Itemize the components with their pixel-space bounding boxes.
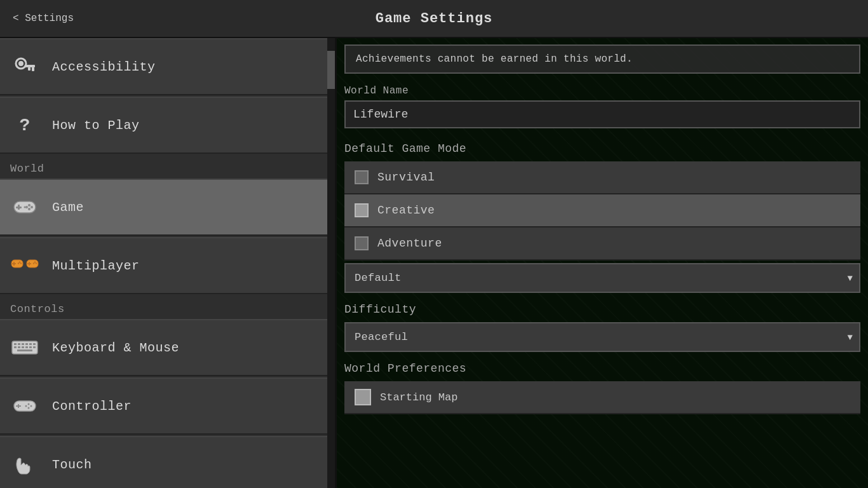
game-mode-section-title: Default Game Mode (344, 142, 860, 155)
svg-point-20 (18, 262, 19, 264)
keyboard-mouse-label: Keyboard & Mouse (52, 341, 179, 355)
achievement-banner: Achievements cannot be earned in this wo… (344, 44, 860, 74)
starting-map-checkbox[interactable] (355, 389, 371, 405)
svg-point-47 (28, 403, 30, 405)
scrollbar-thumb[interactable] (327, 51, 335, 89)
world-prefs-title: World Preferences (344, 362, 860, 375)
creative-checkbox[interactable] (355, 203, 369, 217)
sidebar-item-game[interactable]: Game (0, 179, 335, 236)
svg-point-9 (28, 204, 31, 207)
controls-section-label: Controls (0, 295, 335, 319)
svg-rect-40 (29, 346, 32, 348)
svg-rect-35 (33, 343, 36, 345)
svg-rect-38 (22, 346, 24, 348)
key-icon (10, 52, 39, 81)
svg-rect-34 (29, 343, 32, 345)
starting-map-label: Starting Map (380, 391, 458, 403)
svg-point-10 (31, 206, 33, 208)
survival-option[interactable]: Survival (344, 161, 860, 194)
svg-rect-32 (22, 343, 24, 345)
question-icon: ? (10, 111, 39, 140)
sidebar-item-keyboard-mouse[interactable]: Keyboard & Mouse (0, 319, 335, 376)
svg-point-48 (31, 405, 32, 407)
survival-label: Survival (377, 171, 435, 184)
controller-label: Controller (52, 399, 132, 414)
default-dropdown[interactable]: Default (344, 263, 860, 293)
sidebar-item-accessibility[interactable]: Accessibility (0, 38, 335, 95)
svg-rect-41 (33, 346, 36, 348)
svg-point-13 (24, 207, 26, 208)
world-name-input[interactable] (344, 100, 860, 128)
svg-rect-8 (16, 207, 22, 208)
svg-rect-30 (14, 343, 17, 345)
svg-rect-4 (28, 67, 31, 71)
multiplayer-label: Multiplayer (52, 259, 140, 273)
svg-point-49 (25, 405, 27, 407)
svg-point-1 (18, 61, 24, 66)
touch-label: Touch (52, 458, 92, 472)
page-title: Game Settings (376, 11, 493, 27)
header: < Settings Game Settings (0, 0, 868, 38)
default-dropdown-container: Default ▼ (344, 263, 860, 293)
scrollbar-track[interactable] (327, 38, 335, 488)
difficulty-dropdown-container: Peaceful Easy Normal Hard ▼ (344, 322, 860, 352)
svg-rect-37 (18, 346, 20, 348)
svg-rect-2 (25, 65, 35, 67)
difficulty-section: Difficulty Peaceful Easy Normal Hard ▼ (344, 303, 860, 352)
game-label: Game (52, 200, 84, 215)
svg-point-19 (20, 262, 22, 264)
accessibility-label: Accessibility (52, 60, 156, 74)
creative-label: Creative (377, 204, 435, 217)
gamepad-icon (10, 193, 39, 222)
sidebar-item-multiplayer[interactable]: Multiplayer (0, 237, 335, 294)
adventure-checkbox[interactable] (355, 236, 369, 250)
adventure-label: Adventure (377, 237, 442, 250)
sidebar-item-how-to-play[interactable]: ? How to Play (0, 97, 335, 154)
creative-option[interactable]: Creative (344, 194, 860, 227)
svg-rect-3 (32, 67, 34, 71)
svg-point-12 (28, 208, 31, 210)
how-to-play-label: How to Play (52, 118, 140, 133)
settings-content: World Name Default Game Mode Survival Cr… (337, 80, 868, 419)
svg-rect-39 (25, 346, 28, 348)
svg-point-25 (34, 261, 36, 262)
svg-rect-42 (17, 349, 32, 351)
multiplayer-icon (10, 251, 39, 280)
keyboard-icon (10, 333, 39, 362)
svg-point-26 (36, 262, 37, 264)
adventure-option[interactable]: Adventure (344, 227, 860, 261)
svg-rect-33 (25, 343, 28, 345)
svg-rect-31 (18, 343, 20, 345)
sidebar: Accessibility ? How to Play World (0, 38, 337, 488)
touch-icon (10, 450, 39, 479)
world-name-label: World Name (344, 85, 860, 97)
svg-rect-24 (27, 263, 31, 264)
svg-point-27 (33, 262, 34, 264)
svg-rect-46 (16, 405, 21, 407)
sidebar-item-controller[interactable]: Controller (0, 377, 335, 435)
main-layout: Accessibility ? How to Play World (0, 38, 868, 488)
sidebar-item-touch[interactable]: Touch (0, 436, 335, 488)
svg-point-18 (19, 261, 20, 262)
right-panel: Achievements cannot be earned in this wo… (337, 38, 868, 488)
difficulty-dropdown[interactable]: Peaceful Easy Normal Hard (344, 322, 860, 352)
svg-rect-36 (14, 346, 17, 348)
achievement-text: Achievements cannot be earned in this wo… (356, 53, 633, 65)
difficulty-label: Difficulty (344, 303, 860, 316)
survival-checkbox[interactable] (355, 170, 369, 184)
svg-rect-17 (12, 263, 16, 264)
svg-point-50 (28, 407, 30, 409)
svg-point-11 (25, 206, 28, 208)
world-section-label: World (0, 155, 335, 179)
back-button[interactable]: < Settings (13, 13, 74, 24)
starting-map-item[interactable]: Starting Map (344, 381, 860, 414)
back-label: < Settings (13, 13, 74, 24)
controller-icon (10, 391, 39, 421)
